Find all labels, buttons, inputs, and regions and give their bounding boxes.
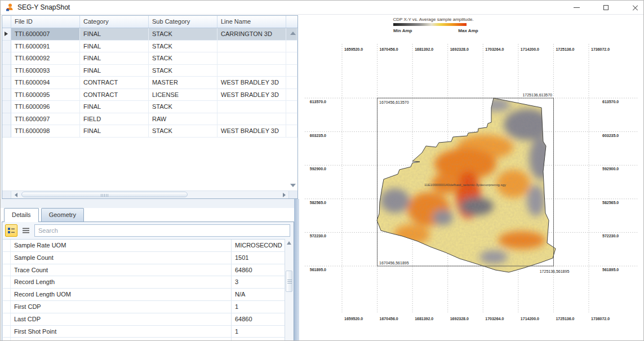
- property-row[interactable]: Record Length3: [3, 276, 285, 289]
- property-row-gutter: [3, 264, 11, 276]
- property-row[interactable]: Record Length UOMN/A: [3, 289, 285, 301]
- prop-scrollbar-thumb[interactable]: [286, 271, 292, 292]
- property-label: Sample Rate UOM: [11, 240, 232, 251]
- column-header-line-name[interactable]: Line Name: [217, 16, 286, 28]
- cell-sub-category: STACK: [149, 101, 217, 113]
- cell-file-id: TTI.6000096: [11, 101, 80, 113]
- categorized-view-button[interactable]: [5, 224, 17, 237]
- horizontal-splitter[interactable]: [1, 199, 299, 208]
- column-header-category[interactable]: Category: [80, 16, 149, 28]
- search-input[interactable]: [35, 225, 290, 236]
- cell-file-id: TTI.6000098: [11, 125, 80, 138]
- property-row-gutter: [3, 276, 11, 288]
- scrollbar-corner: [288, 191, 297, 198]
- table-row[interactable]: TTI.6000094CONTRACTMASTERWEST BRADLEY 3D: [2, 77, 297, 89]
- cell-filler: [286, 101, 297, 113]
- svg-text:1681392.0: 1681392.0: [415, 317, 433, 321]
- property-value: N/A: [232, 289, 285, 300]
- prop-scroll-up-icon[interactable]: [287, 241, 291, 245]
- svg-text:572230.0: 572230.0: [310, 234, 326, 238]
- property-grid-scrollbar[interactable]: [285, 239, 293, 340]
- svg-text:582565.0: 582565.0: [602, 201, 619, 205]
- cell-file-id: TTI.6000095: [11, 89, 80, 101]
- cell-file-id: TTI.6000007: [11, 28, 80, 41]
- prop-thumb-grip-icon: [287, 280, 292, 284]
- svg-text:1670456.0: 1670456.0: [380, 317, 398, 321]
- table-row[interactable]: TTI.6000091FINALSTACK: [2, 41, 297, 53]
- svg-text:1736072.0: 1736072.0: [591, 317, 610, 321]
- scrollbar-track[interactable]: [20, 191, 279, 198]
- row-indicator: [2, 77, 11, 89]
- row-indicator: [2, 101, 11, 113]
- property-row[interactable]: Trace Count64860: [3, 264, 285, 277]
- table-row[interactable]: TTI.6000098FINALSTACKWEST BRADLEY 3D: [2, 125, 297, 138]
- scroll-right-button[interactable]: [279, 191, 288, 198]
- search-box: [34, 224, 290, 237]
- maximize-button[interactable]: [593, 1, 619, 15]
- alphabetical-view-button[interactable]: [20, 224, 32, 237]
- property-row[interactable]: First CDP1: [3, 301, 285, 313]
- table-row[interactable]: TTI.6000007FINALSTACKCARRINGTON 3D: [2, 28, 297, 41]
- property-value: 1: [232, 301, 285, 313]
- svg-text:613570.0: 613570.0: [310, 100, 326, 104]
- close-button[interactable]: [622, 1, 644, 15]
- property-row[interactable]: First Shot Point1: [3, 326, 285, 338]
- row-indicator: [2, 89, 11, 101]
- svg-text:1692328.0: 1692328.0: [450, 47, 469, 51]
- scrollbar-corner: [2, 191, 11, 198]
- table-row[interactable]: TTI.6000095CONTRACTLICENSEWEST BRADLEY 3…: [2, 89, 297, 101]
- property-row-gutter: [3, 313, 11, 325]
- vertical-splitter[interactable]: [294, 199, 299, 341]
- scroll-left-button[interactable]: [11, 191, 20, 198]
- cell-file-id: TTI.6000094: [11, 77, 80, 89]
- column-header-file-id[interactable]: File ID: [11, 16, 80, 28]
- cell-filler: [286, 41, 297, 53]
- row-indicator: [2, 65, 11, 77]
- cell-sub-category: STACK: [149, 125, 217, 138]
- property-row[interactable]: Sample Rate UOMMICROSECOND: [3, 240, 285, 252]
- selected-row-arrow-icon: [5, 32, 8, 36]
- scrollbar-thumb[interactable]: [21, 192, 188, 197]
- property-label: Record Length: [11, 276, 232, 288]
- cell-line-name: WEST BRADLEY 3D: [217, 125, 286, 138]
- cell-category: CONTRACT: [80, 77, 149, 89]
- cell-category: FINAL: [80, 52, 149, 65]
- table-row[interactable]: TTI.6000096FINALSTACK: [2, 101, 297, 113]
- scroll-right-icon: [283, 193, 286, 197]
- property-value: 1: [232, 326, 285, 338]
- tab-details[interactable]: Details: [4, 208, 39, 222]
- property-label: Trace Count: [11, 264, 232, 276]
- property-row[interactable]: Sample Count1501: [3, 252, 285, 264]
- property-value: 64860: [232, 313, 285, 325]
- cell-sub-category: STACK: [149, 28, 217, 41]
- categorized-view-icon: [7, 227, 15, 234]
- property-row[interactable]: Last Shot Point: [3, 338, 285, 340]
- cell-category: FINAL: [80, 65, 149, 77]
- table-row[interactable]: TTI.6000093FINALSTACK: [2, 65, 297, 77]
- column-header-sub-category[interactable]: Sub Category: [149, 16, 217, 28]
- segy-file-grid: File ID Category Sub Category Line Name …: [2, 15, 298, 199]
- cell-filler: [286, 125, 297, 138]
- grid-horizontal-scrollbar: [2, 191, 297, 198]
- svg-text:582565.0: 582565.0: [310, 201, 326, 205]
- cell-category: FIELD: [80, 113, 149, 126]
- grid-scroll-down-icon[interactable]: [290, 184, 296, 187]
- property-row-gutter: [3, 326, 11, 338]
- svg-text:603235.0: 603235.0: [602, 134, 619, 138]
- property-row-gutter: [3, 240, 11, 251]
- thumb-grip-icon: [101, 194, 109, 197]
- maximize-icon: [603, 5, 609, 10]
- cell-filler: [286, 52, 297, 65]
- row-indicator: [2, 113, 11, 126]
- svg-text:572230.0: 572230.0: [602, 234, 619, 238]
- property-row[interactable]: Last CDP64860: [3, 313, 285, 326]
- tab-geometry[interactable]: Geometry: [41, 208, 84, 222]
- cell-line-name: [217, 52, 286, 65]
- table-row[interactable]: TTI.6000092FINALSTACK: [2, 52, 297, 65]
- cdp-amplitude-map[interactable]: CDP X-Y vs. Average sample amplitude. Mi…: [299, 15, 644, 341]
- minimize-button[interactable]: [563, 1, 589, 15]
- svg-text:1659520.0: 1659520.0: [344, 47, 363, 51]
- grid-header: File ID Category Sub Category Line Name: [2, 16, 297, 28]
- table-row[interactable]: TTI.6000097FIELDRAW: [2, 113, 297, 126]
- grid-scroll-up-icon[interactable]: [290, 32, 296, 35]
